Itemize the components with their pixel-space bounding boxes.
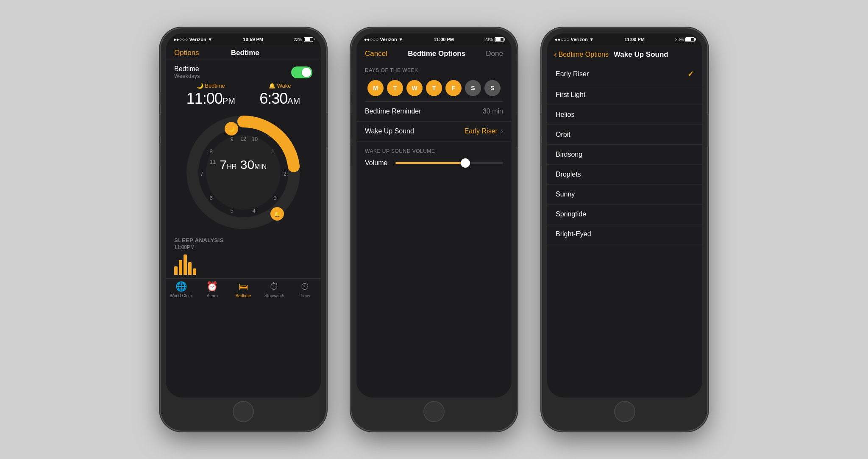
home-button-2[interactable]	[423, 401, 445, 422]
alarm-icon: ⏰	[206, 281, 218, 292]
volume-slider[interactable]	[395, 162, 503, 164]
timer-icon: ⏲	[300, 281, 310, 292]
home-button-1[interactable]	[233, 401, 254, 422]
bedtime-label-text: Bedtime	[174, 65, 200, 73]
sound-springtide-label: Springtide	[556, 210, 586, 218]
sleep-bar-5	[193, 268, 196, 275]
phone1-nav-title: Bedtime	[231, 49, 259, 57]
day-thursday[interactable]: T	[426, 80, 442, 96]
back-label[interactable]: Bedtime Options	[559, 51, 609, 58]
home-button-3[interactable]	[614, 401, 635, 422]
cancel-button[interactable]: Cancel	[365, 50, 387, 58]
bedtime-reminder-row[interactable]: Bedtime Reminder 30 min	[356, 102, 512, 122]
bedtime-label: Bedtime Weekdays	[174, 65, 200, 79]
bedtime-reminder-label: Bedtime Reminder	[365, 108, 421, 115]
days-row: M T W T F S S	[356, 77, 512, 101]
tab-alarm[interactable]: ⏰ Alarm	[197, 281, 228, 298]
sound-orbit[interactable]: Orbit	[547, 125, 702, 145]
battery-percent-3: 23%	[675, 37, 684, 42]
status-bar-3: ●●○○○ Verizon ▼ 11:00 PM 23%	[547, 33, 702, 45]
sound-first-light[interactable]: First Light	[547, 85, 702, 105]
chevron-icon: ›	[501, 128, 503, 135]
tab-bar: 🌐 World Clock ⏰ Alarm 🛏 Bedtime ⏱ Stopwa…	[166, 278, 321, 300]
time-display: 🌙 Bedtime 11:00PM 🔔 Wake 6:30AM	[166, 83, 321, 111]
wake-sound-value: Early Riser	[465, 127, 498, 135]
sleep-time: 11:00PM	[174, 244, 312, 250]
svg-text:6: 6	[209, 195, 212, 201]
bedtime-time-value: 11:00PM	[186, 90, 235, 108]
battery-icon-2	[495, 37, 504, 42]
stopwatch-label: Stopwatch	[264, 293, 284, 298]
bedtime-reminder-value: 30 min	[483, 108, 503, 115]
sleep-bar-3	[184, 254, 187, 275]
sound-early-riser-label: Early Riser	[556, 70, 589, 78]
wake-ampm: AM	[287, 96, 300, 105]
wake-time-value: 6:30AM	[259, 90, 300, 108]
sound-bright-eyed[interactable]: Bright-Eyed	[547, 224, 702, 244]
day-tuesday[interactable]: T	[387, 80, 403, 96]
sound-first-light-label: First Light	[556, 91, 585, 99]
days-header: DAYS OF THE WEEK	[356, 62, 512, 77]
wake-hours: 6:30	[259, 90, 287, 107]
day-saturday[interactable]: S	[465, 80, 481, 96]
sleep-bar-1	[174, 266, 178, 275]
battery-percent-1: 23%	[294, 37, 302, 42]
options-button[interactable]: Options	[174, 49, 199, 57]
tab-timer[interactable]: ⏲ Timer	[290, 281, 321, 298]
svg-text:3: 3	[273, 195, 276, 201]
phone2-screen: ●●○○○ Verizon ▼ 11:00 PM 23% Cancel Bedt…	[356, 33, 512, 398]
clock-svg: 12 1 2 3 4 5 6 7 8 9 10 11	[184, 113, 303, 232]
volume-row: Volume	[365, 159, 503, 167]
slider-thumb[interactable]	[461, 158, 470, 168]
phone1-content: Options Bedtime Bedtime Weekdays 🌙 Bedti…	[166, 45, 321, 398]
sound-birdsong[interactable]: Birdsong	[547, 145, 702, 165]
carrier-1: ●●○○○ Verizon ▼	[173, 37, 212, 42]
sleep-bar-4	[188, 262, 192, 275]
sound-helios[interactable]: Helios	[547, 105, 702, 125]
battery-icon-1	[304, 37, 313, 42]
battery-fill-1	[305, 38, 310, 41]
wake-time-block: 🔔 Wake 6:30AM	[259, 83, 300, 108]
tab-stopwatch[interactable]: ⏱ Stopwatch	[259, 281, 290, 298]
bedtime-ampm: PM	[223, 96, 235, 105]
phone3-nav: ‹ Bedtime Options Wake Up Sound	[547, 45, 702, 64]
tab-world-clock[interactable]: 🌐 World Clock	[166, 281, 197, 298]
carrier-2: ●●○○○ Verizon ▼	[364, 37, 403, 42]
day-monday[interactable]: M	[367, 80, 384, 96]
slider-fill	[395, 162, 465, 164]
clock-2: 11:00 PM	[434, 37, 454, 42]
alarm-label: Alarm	[207, 293, 218, 298]
clock-1: 10:59 PM	[243, 37, 263, 42]
sound-birdsong-label: Birdsong	[556, 151, 582, 158]
day-friday[interactable]: F	[445, 80, 462, 96]
svg-text:5: 5	[230, 207, 233, 214]
sound-bright-eyed-label: Bright-Eyed	[556, 230, 591, 238]
wake-sound-label: Wake Up Sound	[365, 127, 414, 135]
done-button[interactable]: Done	[486, 50, 503, 58]
sound-early-riser[interactable]: Early Riser ✓	[547, 64, 702, 85]
world-clock-label: World Clock	[170, 293, 193, 298]
wake-icon-label: 🔔 Wake	[259, 83, 300, 89]
bedtime-toggle[interactable]	[291, 66, 312, 78]
sleep-bars	[174, 254, 312, 275]
phone-2: ●●○○○ Verizon ▼ 11:00 PM 23% Cancel Bedt…	[351, 28, 517, 431]
svg-text:9: 9	[230, 136, 233, 142]
sound-sunny[interactable]: Sunny	[547, 185, 702, 205]
phone2-nav-title: Bedtime Options	[408, 50, 465, 58]
battery-percent-2: 23%	[484, 37, 493, 42]
sleep-analysis-title: Sleep Analysis	[174, 237, 312, 243]
sound-droplets-label: Droplets	[556, 171, 581, 178]
day-wednesday[interactable]: W	[406, 80, 423, 96]
sleep-bar-2	[179, 260, 182, 275]
battery-fill-2	[495, 38, 501, 41]
battery-area-1: 23%	[294, 37, 313, 42]
svg-text:4: 4	[252, 207, 255, 214]
clock-wrapper: 12 1 2 3 4 5 6 7 8 9 10 11	[184, 113, 303, 232]
wake-sound-row[interactable]: Wake Up Sound Early Riser ›	[356, 122, 512, 141]
phones-container: ●●○○○ Verizon ▼ 10:59 PM 23% Options Bed…	[161, 28, 707, 431]
status-bar-2: ●●○○○ Verizon ▼ 11:00 PM 23%	[356, 33, 512, 45]
sound-droplets[interactable]: Droplets	[547, 165, 702, 185]
tab-bedtime[interactable]: 🛏 Bedtime	[228, 281, 259, 298]
sound-springtide[interactable]: Springtide	[547, 205, 702, 224]
day-sunday[interactable]: S	[484, 80, 501, 96]
